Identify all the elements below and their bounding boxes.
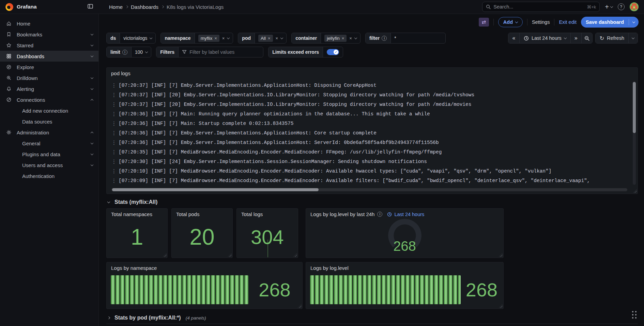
sidebar-item-dashboards[interactable]: Dashboards <box>0 51 98 62</box>
refresh-interval-picker[interactable] <box>628 33 638 43</box>
edit-pane-toggle-button[interactable]: ⇄ <box>479 18 489 27</box>
variable-namespace[interactable]: namespace myflix × × <box>160 33 233 44</box>
sidebar-item-plugins-and-data[interactable]: Plugins and data <box>0 149 98 160</box>
variable-container[interactable]: container jellyfin × × <box>291 33 361 44</box>
panel-title[interactable]: Total logs <box>241 211 263 217</box>
settings-button[interactable]: Settings <box>532 19 550 25</box>
row-menu-icon[interactable]: ⋮ <box>111 120 115 127</box>
variable-pod-tag[interactable]: All × <box>258 35 273 42</box>
row-menu-icon[interactable]: ⋮ <box>111 140 115 146</box>
clear-icon[interactable]: × <box>349 36 352 40</box>
row-menu-icon[interactable]: ⋮ <box>111 111 115 117</box>
row-menu-icon[interactable]: ⋮ <box>111 159 115 165</box>
sidebar-item-alerting[interactable]: Alerting <box>0 83 98 94</box>
chevron-down-icon[interactable] <box>91 76 93 79</box>
remove-tag-icon[interactable]: × <box>342 36 344 40</box>
scrollbar-thumb[interactable] <box>633 82 636 133</box>
chevron-down-icon[interactable] <box>91 163 93 166</box>
panel-title[interactable]: pod logs <box>111 70 131 76</box>
variable-ds[interactable]: ds victorialogs <box>106 33 156 44</box>
panel-title[interactable]: Total pods <box>176 211 199 217</box>
row-menu-icon[interactable]: ⋮ <box>111 92 115 98</box>
chevron-up-icon[interactable] <box>91 99 93 101</box>
stats-section-header[interactable]: Stats (myflix:All) <box>108 199 157 205</box>
info-icon[interactable]: i <box>382 36 387 41</box>
variable-namespace-tag[interactable]: myflix × <box>198 35 219 42</box>
clear-icon[interactable]: × <box>276 36 278 40</box>
remove-tag-icon[interactable]: × <box>214 36 217 40</box>
limit-value[interactable]: 100 <box>135 49 143 55</box>
limit-control[interactable]: limit i 100 <box>106 47 151 58</box>
chevron-down-icon[interactable] <box>280 36 283 39</box>
search-input[interactable]: Search... ⌘+k <box>482 2 600 12</box>
filter-expression-input[interactable]: * <box>394 35 442 41</box>
sidebar-item-home[interactable]: Home <box>0 18 98 29</box>
logs-by-loglevel-panel[interactable]: Logs by log.level 268 <box>306 262 504 309</box>
sidebar-item-administration[interactable]: Administration <box>0 127 98 138</box>
refresh-button[interactable]: ↻ Refresh <box>596 33 628 43</box>
variable-filter[interactable]: filter i * <box>365 33 446 44</box>
info-icon[interactable]: i <box>122 50 127 55</box>
help-button[interactable]: ? <box>618 3 625 10</box>
dock-sidebar-icon[interactable] <box>87 3 93 11</box>
total-namespaces-panel[interactable]: Total namespaces 1 <box>106 208 168 258</box>
chevron-down-icon[interactable] <box>91 32 93 35</box>
variable-container-tag[interactable]: jellyfin × <box>324 35 347 42</box>
panel-title[interactable]: Logs by namespace <box>111 265 157 271</box>
zoom-out-icon[interactable] <box>581 33 592 43</box>
chevron-down-icon[interactable] <box>91 141 93 144</box>
expand-chevron-icon[interactable] <box>107 316 110 319</box>
chevron-down-icon[interactable] <box>354 36 357 39</box>
row-menu-icon[interactable]: ⋮ <box>111 178 115 184</box>
row-menu-icon[interactable]: ⋮ <box>111 130 115 136</box>
limits-exceed-errors-toggle[interactable]: ✓ <box>327 49 339 55</box>
limits-exceed-errors-control[interactable]: Limits exceed errors ✓ <box>268 47 343 58</box>
label-filters-control[interactable]: Filters Filter by label values <box>156 47 263 58</box>
variable-pod[interactable]: pod All × × <box>238 33 287 44</box>
new-menu-button[interactable]: + <box>605 3 613 10</box>
row-menu-icon[interactable]: ⋮ <box>111 149 115 155</box>
sidebar-item-data-sources[interactable]: Data sources <box>0 116 98 127</box>
exit-edit-button[interactable]: Exit edit <box>559 19 577 25</box>
breadcrumb-home[interactable]: Home <box>109 4 123 10</box>
info-icon[interactable]: i <box>377 212 382 217</box>
user-avatar[interactable] <box>630 2 639 11</box>
time-range-picker[interactable]: Last 24 hours <box>519 33 570 43</box>
sidebar-item-general[interactable]: General <box>0 138 98 149</box>
sidebar-item-bookmarks[interactable]: Bookmarks <box>0 29 98 40</box>
vertical-scrollbar[interactable] <box>633 81 636 185</box>
logs-by-namespace-panel[interactable]: Logs by namespace 268 <box>106 262 303 309</box>
remove-tag-icon[interactable]: × <box>268 36 271 40</box>
sidebar-item-add-new-connection[interactable]: Add new connection <box>0 105 98 116</box>
panel-time-indicator[interactable]: Last 24 hours <box>387 212 424 217</box>
sidebar-item-users-and-access[interactable]: Users and access <box>0 160 98 170</box>
save-dashboard-button[interactable]: Save dashboard <box>581 17 639 28</box>
time-shift-back-button[interactable]: « <box>508 33 519 43</box>
chevron-down-icon[interactable] <box>91 43 93 46</box>
chevron-up-icon[interactable] <box>91 131 93 134</box>
chevron-down-icon[interactable] <box>150 36 152 39</box>
chevron-down-icon[interactable] <box>145 50 148 53</box>
sidebar-item-explore[interactable]: Explore <box>0 62 98 72</box>
total-pods-panel[interactable]: Total pods 20 <box>171 208 233 258</box>
panel-title[interactable]: Logs by log.level by last 24h <box>310 211 374 217</box>
sidebar-item-connections[interactable]: Connections <box>0 94 98 105</box>
add-button[interactable]: Add <box>498 17 523 27</box>
drag-handle[interactable] <box>632 311 637 319</box>
sidebar-item-drilldown[interactable]: Drilldown <box>0 72 98 83</box>
row-menu-icon[interactable]: ⋮ <box>111 168 115 174</box>
scrollbar-thumb[interactable] <box>112 188 319 191</box>
stats-by-pod-section-header[interactable]: Stats by pod (myflix:All:*) (4 panels) <box>108 315 206 321</box>
collapse-chevron-icon[interactable] <box>107 200 110 203</box>
label-filter-input[interactable]: Filter by label values <box>179 47 263 57</box>
clear-icon[interactable]: × <box>222 36 225 40</box>
chevron-down-icon[interactable] <box>227 36 230 39</box>
loglevel-24h-panel[interactable]: Logs by log.level by last 24h i Last 24 … <box>306 208 504 258</box>
breadcrumb-dashboards[interactable]: Dashboards <box>131 4 158 10</box>
time-shift-forward-button[interactable]: » <box>570 33 581 43</box>
panel-title[interactable]: Total namespaces <box>111 211 152 217</box>
brand[interactable]: Grafana <box>5 3 37 11</box>
row-menu-icon[interactable]: ⋮ <box>111 82 115 88</box>
total-logs-panel[interactable]: Total logs 304 <box>236 208 298 258</box>
chevron-down-icon[interactable] <box>91 152 93 155</box>
